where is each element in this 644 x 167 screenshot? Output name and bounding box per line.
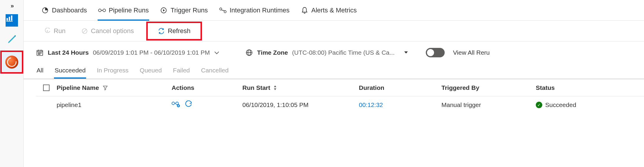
svg-rect-2 [11, 15, 12, 20]
tab-dashboards[interactable]: Dashboards [41, 4, 88, 21]
svg-point-8 [220, 8, 222, 10]
select-all-checkbox[interactable] [43, 85, 50, 91]
cancel-icon [81, 28, 88, 34]
duration-cell[interactable]: 00:12:32 [359, 101, 383, 108]
col-run-start[interactable]: Run Start [242, 84, 270, 91]
status-filter-tabs: All Succeeded In Progress Queued Failed … [24, 64, 644, 79]
run-start-cell: 06/10/2019, 1:10:05 PM [242, 101, 308, 108]
status-tab-failed[interactable]: Failed [172, 64, 190, 79]
bell-icon [301, 7, 308, 14]
col-triggered-by[interactable]: Triggered By [441, 84, 536, 91]
runs-table: Pipeline Name Actions Run Start Duration… [24, 79, 644, 114]
integration-icon [219, 7, 227, 14]
sidebar-item-monitor[interactable] [2, 53, 21, 72]
tab-trigger-runs[interactable]: Trigger Runs [159, 4, 208, 21]
time-range-value[interactable]: 06/09/2019 1:01 PM - 06/10/2019 1:01 PM [93, 49, 210, 56]
svg-rect-5 [103, 9, 105, 12]
svg-point-16 [38, 53, 39, 53]
timezone-value[interactable]: (UTC-08:00) Pacific Time (US & Ca... [292, 49, 395, 56]
svg-rect-0 [6, 18, 8, 21]
sidebar-item-monitor-highlight [0, 51, 23, 74]
tab-label: Alerts & Metrics [311, 7, 357, 14]
refresh-icon [158, 27, 165, 35]
col-status[interactable]: Status [536, 84, 595, 91]
gauge-icon [5, 56, 18, 69]
status-tab-queued[interactable]: Queued [139, 64, 162, 79]
success-icon: ✓ [536, 102, 542, 108]
pencil-icon [7, 34, 17, 44]
svg-line-11 [83, 29, 86, 33]
svg-rect-25 [176, 102, 178, 105]
svg-point-17 [40, 53, 40, 53]
cancel-options-button[interactable]: Cancel options [78, 25, 137, 37]
dashboard-icon [41, 7, 49, 14]
status-tab-all[interactable]: All [36, 64, 44, 79]
status-tab-in-progress[interactable]: In Progress [96, 64, 129, 79]
expand-icon[interactable]: » [11, 2, 13, 9]
refresh-highlight: Refresh [146, 22, 202, 40]
tab-label: Integration Runtimes [230, 7, 290, 14]
action-toolbar: Run Cancel options Refresh [24, 21, 644, 41]
left-sidebar: » [0, 0, 24, 167]
tab-pipeline-runs[interactable]: Pipeline Runs [98, 4, 150, 21]
calendar-icon[interactable] [36, 49, 44, 56]
tab-integration-runtimes[interactable]: Integration Runtimes [218, 4, 290, 21]
sidebar-item-overview[interactable] [4, 13, 19, 28]
refresh-icon [44, 28, 51, 34]
svg-rect-24 [172, 102, 175, 105]
view-all-label: View All Reru [453, 49, 490, 56]
tab-label: Pipeline Runs [109, 7, 149, 14]
status-tab-succeeded[interactable]: Succeeded [54, 64, 86, 79]
filter-icon[interactable] [103, 85, 108, 90]
svg-point-9 [224, 10, 226, 12]
pipeline-name-cell[interactable]: pipeline1 [57, 101, 81, 108]
svg-point-18 [41, 53, 41, 53]
view-run-icon[interactable] [172, 100, 180, 108]
svg-point-20 [40, 54, 40, 54]
sort-icon[interactable] [273, 85, 277, 90]
col-pipeline-name[interactable]: Pipeline Name [57, 84, 99, 91]
table-row[interactable]: pipeline1 06/10/2019, 1:10:05 PM 00:12:3… [36, 96, 644, 114]
tab-label: Dashboards [52, 7, 87, 14]
svg-point-19 [38, 54, 39, 54]
refresh-label: Refresh [168, 27, 190, 35]
monitor-tabs: Dashboards Pipeline Runs Trigger Runs In… [24, 0, 644, 21]
run-label: Run [54, 27, 65, 35]
view-all-toggle[interactable] [426, 48, 445, 57]
table-header: Pipeline Name Actions Run Start Duration… [36, 79, 644, 96]
run-button[interactable]: Run [41, 25, 69, 37]
rerun-icon[interactable] [185, 100, 192, 108]
status-tab-cancelled[interactable]: Cancelled [201, 64, 229, 79]
chevron-down-icon[interactable] [214, 51, 219, 54]
status-cell: Succeeded [545, 101, 576, 108]
filter-bar: Last 24 Hours 06/09/2019 1:01 PM - 06/10… [24, 41, 644, 64]
caret-down-icon[interactable] [404, 51, 408, 54]
col-duration[interactable]: Duration [359, 84, 441, 91]
tab-alerts-metrics[interactable]: Alerts & Metrics [300, 4, 357, 21]
refresh-button[interactable]: Refresh [154, 25, 194, 37]
svg-rect-4 [98, 9, 101, 12]
cancel-label: Cancel options [91, 27, 134, 35]
timezone-label: Time Zone [257, 49, 288, 56]
sidebar-item-author[interactable] [4, 32, 19, 47]
globe-icon[interactable] [245, 49, 253, 56]
triggered-by-cell: Manual trigger [441, 101, 481, 108]
col-actions: Actions [172, 84, 242, 91]
play-circle-icon [160, 7, 167, 14]
svg-rect-1 [9, 17, 10, 21]
time-range-label: Last 24 Hours [48, 49, 89, 56]
chart-icon [6, 14, 18, 27]
tab-label: Trigger Runs [170, 7, 208, 14]
pipeline-icon [98, 7, 106, 14]
